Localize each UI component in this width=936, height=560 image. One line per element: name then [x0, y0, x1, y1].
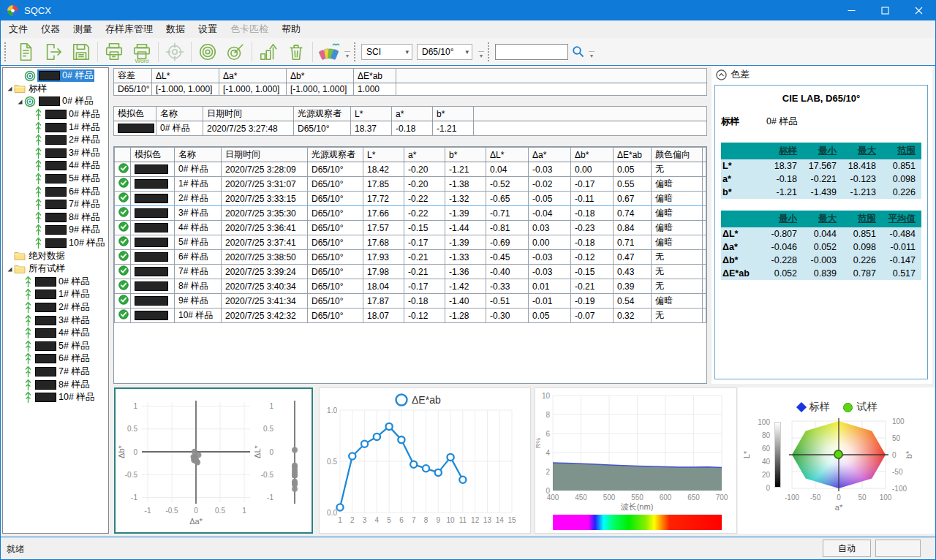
tree-item[interactable]: 8# 样品: [3, 211, 108, 224]
close-button[interactable]: [902, 0, 935, 20]
tree-item[interactable]: 1# 样品: [3, 121, 108, 134]
maximize-button[interactable]: [868, 0, 902, 20]
tree-item[interactable]: 标样: [3, 83, 108, 96]
color-swatch: [35, 367, 56, 377]
tree-item[interactable]: 4# 样品: [3, 159, 108, 173]
tree-item[interactable]: 绝对数据: [3, 249, 108, 262]
tree-item-label: 2# 样品: [69, 134, 99, 146]
tree-item[interactable]: 0# 样品: [3, 108, 108, 121]
sample-row[interactable]: 1# 样品2020/7/25 3:31:07D65/10°17.85-0.20-…: [115, 177, 706, 192]
tree-item[interactable]: 2# 样品: [3, 134, 108, 147]
sample-row[interactable]: 8# 样品2020/7/25 3:40:34D65/10°18.04-0.17-…: [115, 279, 706, 294]
tree-item[interactable]: 7# 样品: [3, 198, 108, 211]
tree-item[interactable]: 6# 样品: [3, 352, 108, 366]
illuminant-select[interactable]: D65/10° ▾: [417, 44, 472, 60]
expander-icon[interactable]: [15, 98, 24, 105]
svg-text:-1: -1: [145, 507, 151, 515]
toolbar-drag-handle[interactable]: [4, 42, 9, 61]
color-swatch: [39, 71, 60, 80]
sample-row[interactable]: 3# 样品2020/7/25 3:35:30D65/10°17.66-0.22-…: [115, 206, 706, 221]
auto-button[interactable]: 自动: [823, 540, 871, 557]
app-logo-icon: [7, 4, 20, 17]
tree-item[interactable]: 5# 样品: [3, 173, 108, 186]
measure-sample-button[interactable]: [222, 39, 249, 65]
tree-item[interactable]: 8# 样品: [3, 378, 108, 391]
delete-button[interactable]: [282, 39, 310, 65]
tree-item[interactable]: 1# 样品: [3, 288, 108, 301]
menu-item-5[interactable]: 设置: [192, 20, 224, 38]
color-swatch: [45, 213, 67, 222]
report-subtitle: CIE LAB, D65/10°: [721, 93, 921, 104]
menu-item-0[interactable]: 文件: [2, 20, 34, 38]
delta-e-trend-chart: ΔE*ab0.00.51.0123456789101112131415: [319, 387, 531, 534]
pass-check-icon: [115, 192, 131, 206]
search-input[interactable]: [495, 44, 568, 60]
minimize-button[interactable]: [834, 0, 868, 20]
color-swatch: [135, 281, 168, 291]
tree-item[interactable]: 3# 样品: [3, 314, 108, 327]
sample-row[interactable]: 7# 样品2020/7/25 3:39:24D65/10°17.98-0.21-…: [115, 265, 706, 279]
svg-text:a*: a*: [835, 503, 843, 512]
tree-item[interactable]: 10# 样品: [3, 391, 108, 404]
tree-item[interactable]: 10# 样品: [3, 237, 108, 250]
sci-select[interactable]: SCI ▾: [361, 44, 412, 60]
tree-item[interactable]: 0# 样品: [3, 95, 108, 108]
sample-row[interactable]: 2# 样品2020/7/25 3:33:15D65/10°17.72-0.22-…: [115, 192, 706, 206]
menu-item-4[interactable]: 数据: [159, 20, 192, 38]
tolerance-row[interactable]: D65/10°[-1.000, 1.000][-1.000, 1.000][-1…: [114, 83, 707, 96]
svg-text:0.5: 0.5: [127, 425, 137, 433]
collapse-panel-icon[interactable]: [716, 69, 727, 80]
tree-item[interactable]: 9# 样品: [3, 224, 108, 237]
sample-row[interactable]: 5# 样品2020/7/25 3:37:41D65/10°17.68-0.17-…: [115, 235, 706, 250]
tree-item[interactable]: 6# 样品: [3, 185, 108, 198]
search-button[interactable]: [568, 42, 587, 61]
sample-icon: [34, 211, 42, 224]
menu-item-1[interactable]: 仪器: [34, 20, 67, 38]
svg-text:0: 0: [766, 484, 770, 492]
toolbar-drag-handle[interactable]: [354, 42, 358, 61]
menu-item-7[interactable]: 帮助: [275, 20, 307, 38]
tree-item[interactable]: 4# 样品: [3, 327, 108, 340]
export-button[interactable]: [39, 39, 67, 65]
measure-standard-button[interactable]: [194, 39, 222, 65]
sample-icon: [34, 121, 42, 134]
expander-icon[interactable]: [4, 265, 14, 273]
tree-item-label: 8# 样品: [69, 211, 99, 224]
svg-text:100: 100: [758, 418, 770, 426]
svg-text:8: 8: [424, 516, 429, 524]
save-button[interactable]: [67, 39, 95, 65]
tree-item[interactable]: 所有试样: [3, 262, 108, 276]
color-card-button[interactable]: [315, 39, 343, 65]
tree-item-label: 7# 样品: [69, 198, 99, 211]
menu-item-2[interactable]: 测量: [67, 20, 99, 38]
chart-button[interactable]: [254, 39, 282, 65]
print-button[interactable]: [100, 39, 128, 65]
sample-row[interactable]: 10# 样品2020/7/25 3:42:32D65/10°18.07-0.12…: [115, 309, 706, 323]
folder-icon: [14, 251, 26, 261]
menu-item-6[interactable]: 色卡匹检: [224, 20, 275, 38]
sample-icon: [24, 314, 32, 327]
tree-item[interactable]: 3# 样品: [3, 147, 108, 160]
print-word-button[interactable]: Word: [128, 39, 156, 65]
standard-row[interactable]: 0# 样品2020/7/25 3:27:48D65/10°18.37-0.18-…: [114, 121, 707, 136]
sample-row[interactable]: 9# 样品2020/7/25 3:41:34D65/10°17.87-0.18-…: [115, 294, 706, 309]
tree-item[interactable]: 0# 样品: [3, 276, 108, 289]
expander-icon[interactable]: [4, 85, 14, 92]
tree-item-label: 9# 样品: [69, 224, 99, 236]
toolbar-overflow-icon[interactable]: —▾: [343, 42, 352, 61]
sample-row[interactable]: 0# 样品2020/7/25 3:28:09D65/10°18.42-0.20-…: [115, 162, 706, 177]
tree-item[interactable]: 7# 样品: [3, 366, 108, 379]
tree-item[interactable]: 0# 样品: [3, 69, 108, 83]
tree-item[interactable]: 2# 样品: [3, 301, 108, 314]
color-swatch: [45, 110, 67, 119]
toolbar-drag-handle[interactable]: [488, 42, 492, 61]
stats-row: ΔL*-0.8070.0440.851-0.484: [721, 227, 921, 241]
sample-row[interactable]: 6# 样品2020/7/25 3:38:50D65/10°17.93-0.21-…: [115, 250, 706, 265]
toolbar-overflow-icon[interactable]: —▾: [587, 42, 596, 61]
menu-item-3[interactable]: 存样库管理: [99, 20, 159, 38]
calibrate-button[interactable]: [161, 39, 189, 65]
sample-row[interactable]: 4# 样品2020/7/25 3:36:41D65/10°17.57-0.15-…: [115, 221, 706, 235]
toolbar-overflow-icon[interactable]: —▾: [477, 42, 486, 61]
tree-item[interactable]: 5# 样品: [3, 339, 108, 352]
new-document-button[interactable]: [12, 39, 39, 65]
